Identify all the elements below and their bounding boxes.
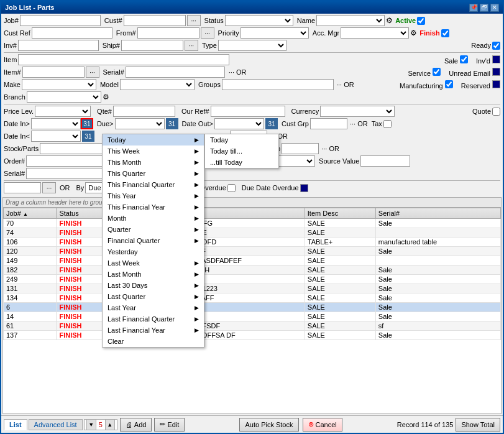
dropdown-item-0[interactable]: Today▶ <box>103 134 204 145</box>
date-in-cal-button[interactable]: 31 <box>81 118 93 129</box>
manufacturing-checkbox[interactable] <box>445 80 453 88</box>
acc-mgr-select[interactable] <box>341 27 409 39</box>
item-num-input[interactable] <box>22 67 85 78</box>
auto-pick-stock-button[interactable]: Auto Pick Stock <box>239 418 298 432</box>
dropdown-item-12[interactable]: Last Month▶ <box>103 269 204 280</box>
cancel-button[interactable]: ⊗ Cancel <box>303 418 342 432</box>
dropdown-item-6[interactable]: This Financial Year▶ <box>103 201 204 213</box>
table-row[interactable]: 149FINISHchable)DFEFASDFADFEFSALE <box>4 256 501 265</box>
ship-num-input[interactable] <box>121 40 183 51</box>
counter-up-button[interactable]: ▲ <box>105 419 115 430</box>
dropdown-item-2[interactable]: This Month▶ <box>103 157 204 168</box>
due-cal-button[interactable]: 31 <box>166 118 178 129</box>
col-header-serial[interactable]: Serial# <box>375 208 500 219</box>
due-select[interactable] <box>115 118 165 129</box>
cust-grp-input[interactable] <box>310 118 347 129</box>
dropdown-item-5[interactable]: This Year▶ <box>103 190 204 201</box>
job-num-input[interactable] <box>20 15 101 26</box>
qte-num-input[interactable] <box>113 106 175 117</box>
dropdown-item-14[interactable]: Last Quarter▶ <box>103 291 204 302</box>
table-row[interactable]: 14FINISHonsAFDSALESale <box>4 312 501 321</box>
filter-text-input[interactable] <box>4 182 41 193</box>
add-button[interactable]: 🖨 Add <box>120 418 152 432</box>
tab-advanced-list[interactable]: Advanced List <box>29 419 83 430</box>
from-num-input[interactable] <box>137 27 199 39</box>
table-row[interactable]: 70FINISHchable)FGFGFGSALESale <box>4 219 501 228</box>
cust-ref-input[interactable] <box>32 27 112 39</box>
dropdown-item-13[interactable]: Last 30 Days▶ <box>103 280 204 291</box>
dropdown-item-10[interactable]: Yesterday <box>103 246 204 257</box>
dropdown-item-1[interactable]: This Week▶ <box>103 145 204 157</box>
our-ref-input[interactable] <box>211 106 285 117</box>
tab-list[interactable]: List <box>4 419 27 430</box>
dropdown-item-4[interactable]: This Financial Quarter▶ <box>103 179 204 190</box>
cust-num-dots-button[interactable]: ··· <box>187 15 201 26</box>
table-row[interactable]: 120FINISHchable)FFFDFSALESale <box>4 247 501 256</box>
make-select[interactable] <box>22 79 96 90</box>
inv-d-checkbox[interactable] <box>492 55 500 63</box>
submenu-item-1[interactable]: Today till... <box>205 145 278 157</box>
due-date-overdue-checkbox[interactable] <box>300 184 308 192</box>
edit-button[interactable]: ✏ Edit <box>154 418 185 432</box>
table-row[interactable]: 249FINISHchable)DFFSALESale <box>4 275 501 284</box>
date-out-cal-button[interactable]: 31 <box>265 118 278 129</box>
table-row[interactable]: 134FINISHDFAFAFFSALESale <box>4 293 501 303</box>
dropdown-item-18[interactable]: Clear <box>103 336 204 347</box>
model-select[interactable] <box>120 79 195 90</box>
maximize-button[interactable]: 🗗 <box>480 4 488 12</box>
name-gear-icon[interactable]: ⚙ <box>386 16 393 25</box>
type-select[interactable] <box>218 40 286 51</box>
date-in-lt-select[interactable] <box>31 131 81 142</box>
serial-hash-input[interactable] <box>126 67 225 78</box>
dropdown-item-3[interactable]: This Quarter▶ <box>103 168 204 179</box>
pin-button[interactable]: 📌 <box>469 4 478 12</box>
sale-checkbox[interactable] <box>460 55 468 63</box>
date-out-select[interactable] <box>214 118 264 129</box>
submenu-item-0[interactable]: Today <box>205 134 278 145</box>
branch-select[interactable] <box>27 91 101 103</box>
source-value-input[interactable] <box>360 155 410 167</box>
dropdown-item-17[interactable]: Last Financial Year▶ <box>103 325 204 336</box>
branch-gear-icon[interactable]: ⚙ <box>103 93 109 101</box>
finish-checkbox[interactable] <box>441 29 449 37</box>
priority-select[interactable] <box>241 27 309 39</box>
filter-dots-button[interactable]: ··· <box>42 182 56 193</box>
table-row[interactable]: 6FINISHons123SALESale <box>4 303 501 312</box>
col-header-item-desc[interactable]: Item Desc <box>305 208 375 219</box>
inv-num-input[interactable] <box>18 40 99 51</box>
table-row[interactable]: 61FINISHonsSFSDFSDFSALEsf <box>4 321 501 331</box>
from-num-dots-button[interactable]: ··· <box>201 27 214 39</box>
tax-checkbox[interactable] <box>383 120 392 128</box>
submenu-item-2[interactable]: ...till Today <box>205 157 278 168</box>
table-row[interactable]: 137FINISHonsDFDFDFFSA DFSALESale <box>4 331 501 340</box>
stock-grp-input[interactable] <box>282 143 319 154</box>
table-row[interactable]: 182FINISHchable)HGHGHSALESale <box>4 265 501 275</box>
date-in-select[interactable] <box>31 118 81 129</box>
groups-input[interactable] <box>222 79 334 90</box>
close-button[interactable]: ✕ <box>490 4 499 12</box>
counter-down-button[interactable]: ▼ <box>86 419 96 430</box>
acc-mgr-gear-icon[interactable]: ⚙ <box>410 29 417 37</box>
quote-checkbox[interactable] <box>492 108 500 116</box>
ship-num-dots-button[interactable]: ··· <box>185 40 198 51</box>
active-checkbox[interactable] <box>417 17 425 25</box>
ready-checkbox[interactable] <box>492 42 500 50</box>
status-overdue-checkbox[interactable] <box>227 184 236 192</box>
cust-num-input[interactable] <box>124 15 186 26</box>
dropdown-item-16[interactable]: Last Financial Quarter▶ <box>103 313 204 325</box>
item-num-dots-button[interactable]: ··· <box>86 67 99 78</box>
name-select[interactable] <box>316 15 385 26</box>
dropdown-item-15[interactable]: Last Year▶ <box>103 302 204 313</box>
dropdown-item-9[interactable]: Financial Quarter▶ <box>103 235 204 246</box>
col-header-job[interactable]: Job# ▲ <box>4 208 57 219</box>
service-checkbox[interactable] <box>433 68 441 76</box>
status-select[interactable] <box>225 15 293 26</box>
show-total-button[interactable]: Show Total <box>456 418 500 432</box>
currency-select[interactable] <box>320 106 395 117</box>
unread-email-checkbox[interactable] <box>492 68 500 76</box>
item-input[interactable] <box>18 54 229 65</box>
table-row[interactable]: 131FINISHNBN11223SALESale <box>4 284 501 293</box>
price-lev-select[interactable] <box>35 106 91 117</box>
table-row[interactable]: 74FINISHchable)DFDFESALE <box>4 228 501 238</box>
dropdown-item-7[interactable]: Month▶ <box>103 213 204 224</box>
